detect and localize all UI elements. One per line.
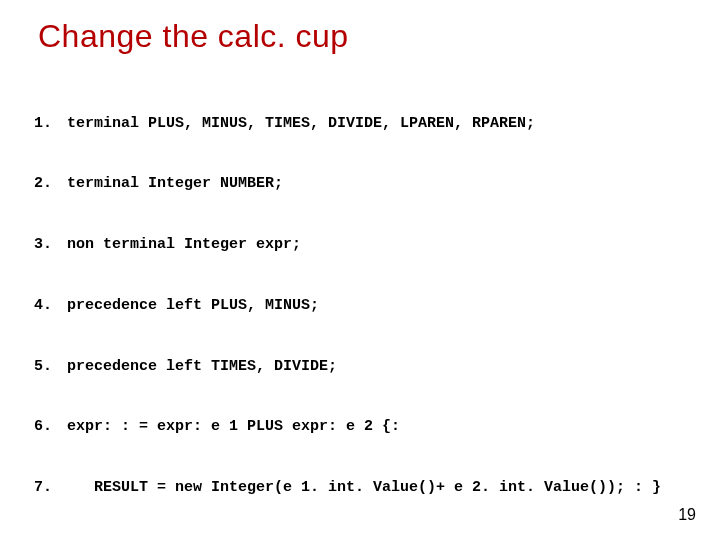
- line-text: non terminal Integer expr;: [58, 235, 301, 255]
- code-line: 4. precedence left PLUS, MINUS;: [8, 296, 712, 316]
- line-number: 3.: [8, 235, 58, 255]
- line-text: terminal PLUS, MINUS, TIMES, DIVIDE, LPA…: [58, 114, 535, 134]
- line-number: 6.: [8, 417, 58, 437]
- line-number: 1.: [8, 114, 58, 134]
- line-text: precedence left PLUS, MINUS;: [58, 296, 319, 316]
- code-block: 1. terminal PLUS, MINUS, TIMES, DIVIDE, …: [8, 73, 712, 540]
- line-text: RESULT = new Integer(e 1. int. Value()+ …: [58, 478, 661, 498]
- page-title: Change the calc. cup: [38, 18, 712, 55]
- line-text: expr: : = expr: e 1 PLUS expr: e 2 {:: [58, 417, 400, 437]
- line-number: 5.: [8, 357, 58, 377]
- line-number: 4.: [8, 296, 58, 316]
- line-number: 2.: [8, 174, 58, 194]
- line-text: precedence left TIMES, DIVIDE;: [58, 357, 337, 377]
- slide: Change the calc. cup 1. terminal PLUS, M…: [0, 0, 720, 540]
- code-line: 5. precedence left TIMES, DIVIDE;: [8, 357, 712, 377]
- code-line: 6. expr: : = expr: e 1 PLUS expr: e 2 {:: [8, 417, 712, 437]
- line-text: terminal Integer NUMBER;: [58, 174, 283, 194]
- code-line: 3. non terminal Integer expr;: [8, 235, 712, 255]
- code-line: 2. terminal Integer NUMBER;: [8, 174, 712, 194]
- line-number: 7.: [8, 478, 58, 498]
- code-line: 7. RESULT = new Integer(e 1. int. Value(…: [8, 478, 712, 498]
- page-number: 19: [678, 506, 696, 524]
- code-line: 1. terminal PLUS, MINUS, TIMES, DIVIDE, …: [8, 114, 712, 134]
